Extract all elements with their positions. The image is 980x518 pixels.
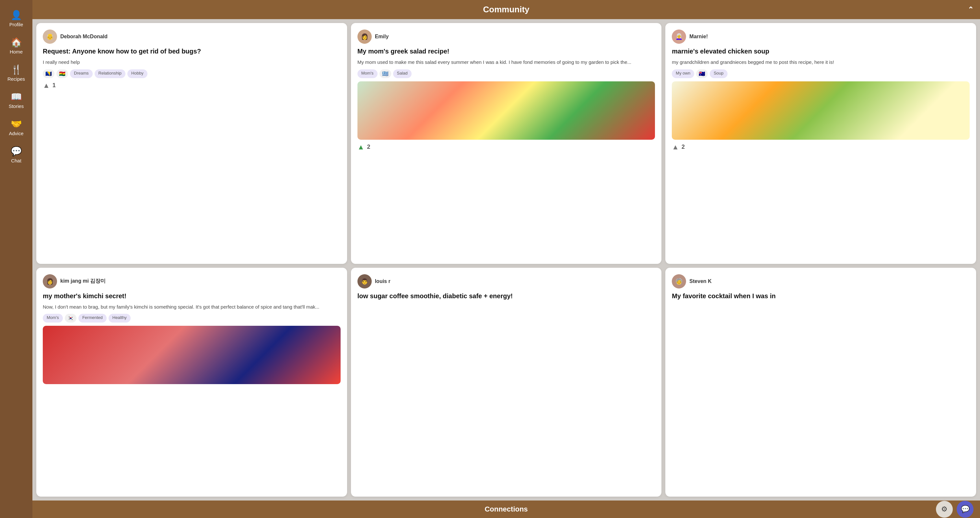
tag-relationship[interactable]: Relationship	[95, 69, 126, 78]
settings-button[interactable]: ⚙	[936, 501, 953, 518]
upvote-icon-deborah[interactable]: ▲	[43, 81, 50, 90]
vote-count-deborah: 1	[52, 82, 56, 89]
username-emily: Emily	[375, 34, 389, 40]
upvote-icon-marnie[interactable]: ▲	[672, 143, 679, 151]
advice-icon: 🤝	[11, 119, 22, 129]
card-kim: 👩 kim jang mi 김장미 my mother's kimchi sec…	[36, 268, 347, 497]
avatar-louis: 👨	[358, 274, 372, 288]
username-steven: Steven K	[689, 279, 711, 284]
tags-marnie: My own 🇦🇺 Soup	[672, 69, 970, 78]
card-header-marnie: 👩‍🦳 Marnie!	[672, 30, 970, 44]
tag-flag-ba: 🇧🇦	[43, 69, 54, 78]
card-image-emily	[358, 81, 655, 140]
tag-myown[interactable]: My own	[672, 69, 694, 78]
sidebar-label-profile: Profile	[10, 22, 23, 27]
home-icon: 🏠	[11, 37, 22, 48]
sidebar-label-stories: Stories	[9, 104, 24, 109]
vote-count-marnie: 2	[681, 143, 685, 150]
username-louis: louis r	[375, 279, 390, 284]
card-header-steven: 🧓 Steven K	[672, 274, 970, 288]
tag-flag-gr: 🇬🇷	[380, 69, 391, 78]
sidebar-label-home: Home	[10, 49, 23, 54]
footer-title: Connections	[485, 505, 528, 513]
avatar-kim: 👩	[43, 274, 57, 288]
header-chevron-icon[interactable]: ⌃	[968, 5, 974, 14]
avatar-emily: 👩	[358, 30, 372, 44]
card-title-marnie: marnie's elevated chicken soup	[672, 47, 970, 56]
profile-icon: 👤	[11, 10, 22, 21]
footer-actions: ⚙ 💬	[936, 501, 974, 518]
tags-deborah: 🇧🇦 🇬🇭 Dreams Relationship Hobby	[43, 69, 340, 78]
avatar-steven: 🧓	[672, 274, 686, 288]
card-header-deborah: 👴 Deborah McDonald	[43, 30, 340, 44]
username-marnie: Marnie!	[689, 34, 708, 40]
sidebar-label-chat: Chat	[11, 158, 21, 163]
card-title-deborah: Request: Anyone know how to get rid of b…	[43, 47, 340, 56]
tag-salad[interactable]: Salad	[393, 69, 412, 78]
sidebar-item-profile[interactable]: 👤 Profile	[0, 6, 32, 30]
sidebar-item-stories[interactable]: 📖 Stories	[0, 88, 32, 112]
tag-flag-kr: 🇰🇷	[65, 314, 76, 322]
card-header-louis: 👨 louis r	[358, 274, 655, 288]
main-area: Community ⌃ 👴 Deborah McDonald Request: …	[32, 0, 980, 518]
vote-row-deborah: ▲ 1	[43, 81, 340, 90]
tags-kim: Mom's 🇰🇷 Fermented Healthy	[43, 314, 340, 322]
card-header-emily: 👩 Emily	[358, 30, 655, 44]
tag-hobby[interactable]: Hobby	[127, 69, 148, 78]
card-body-kim: Now, I don't mean to brag, but my family…	[43, 303, 340, 311]
card-header-kim: 👩 kim jang mi 김장미	[43, 274, 340, 288]
avatar-deborah: 👴	[43, 30, 57, 44]
tags-emily: Mom's 🇬🇷 Salad	[358, 69, 655, 78]
tag-soup[interactable]: Soup	[710, 69, 727, 78]
chat-icon: 💬	[11, 146, 22, 156]
card-image-marnie	[672, 81, 970, 140]
tag-fermented[interactable]: Fermented	[78, 314, 107, 322]
stories-icon: 📖	[11, 91, 22, 102]
community-feed: 👴 Deborah McDonald Request: Anyone know …	[32, 19, 980, 500]
tag-healthy[interactable]: Healthy	[108, 314, 130, 322]
vote-row-marnie: ▲ 2	[672, 143, 970, 151]
card-body-marnie: my grandchildren and grandnieces begged …	[672, 59, 970, 66]
sidebar-item-chat[interactable]: 💬 Chat	[0, 143, 32, 167]
username-deborah: Deborah McDonald	[60, 34, 108, 40]
tag-moms-kim[interactable]: Mom's	[43, 314, 63, 322]
tag-flag-au: 🇦🇺	[696, 69, 708, 78]
sidebar-item-recipes[interactable]: 🍴 Recipes	[0, 61, 32, 85]
card-emily: 👩 Emily My mom's greek salad recipe! My …	[351, 23, 662, 264]
recipes-icon: 🍴	[11, 64, 22, 75]
card-deborah: 👴 Deborah McDonald Request: Anyone know …	[36, 23, 347, 264]
header-title: Community	[483, 5, 530, 14]
card-steven: 🧓 Steven K My favorite cocktail when I w…	[665, 268, 976, 497]
connections-footer: Connections ⚙ 💬	[32, 500, 980, 518]
vote-row-emily: ▲ 2	[358, 143, 655, 151]
sidebar-item-advice[interactable]: 🤝 Advice	[0, 115, 32, 139]
card-title-kim: my mother's kimchi secret!	[43, 292, 340, 300]
sidebar-item-home[interactable]: 🏠 Home	[0, 34, 32, 58]
card-louis: 👨 louis r low sugar coffee smoothie, dia…	[351, 268, 662, 497]
vote-count-emily: 2	[367, 143, 370, 150]
card-image-kim	[43, 326, 340, 384]
community-header: Community ⌃	[32, 0, 980, 19]
chat-button[interactable]: 💬	[957, 501, 974, 518]
card-body-emily: My mom used to make me this salad every …	[358, 59, 655, 66]
card-body-deborah: I really need help	[43, 59, 340, 66]
card-title-emily: My mom's greek salad recipe!	[358, 47, 655, 56]
avatar-marnie: 👩‍🦳	[672, 30, 686, 44]
tag-flag-gh: 🇬🇭	[56, 69, 68, 78]
sidebar: 👤 Profile 🏠 Home 🍴 Recipes 📖 Stories 🤝 A…	[0, 0, 32, 518]
username-kim: kim jang mi 김장미	[60, 278, 106, 285]
tag-moms[interactable]: Mom's	[358, 69, 377, 78]
sidebar-label-recipes: Recipes	[8, 76, 25, 82]
card-title-louis: low sugar coffee smoothie, diabetic safe…	[358, 292, 655, 300]
sidebar-label-advice: Advice	[9, 131, 23, 136]
card-marnie: 👩‍🦳 Marnie! marnie's elevated chicken so…	[665, 23, 976, 264]
upvote-icon-emily[interactable]: ▲	[358, 143, 364, 151]
tag-dreams[interactable]: Dreams	[70, 69, 93, 78]
card-title-steven: My favorite cocktail when I was in	[672, 292, 970, 300]
